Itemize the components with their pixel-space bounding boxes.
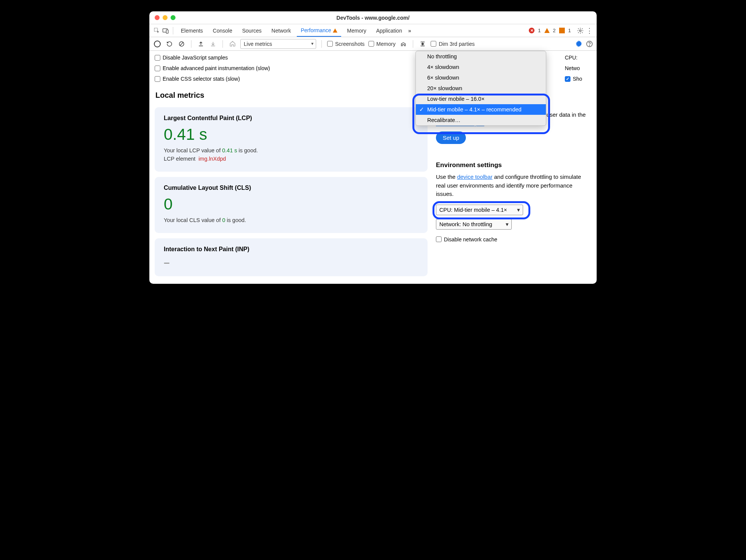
issue-count: 1 [568,28,571,33]
throttle-option[interactable]: No throttling [416,51,546,62]
cls-card: Cumulative Layout Shift (CLS) 0 Your loc… [155,177,428,233]
show-checkbox[interactable]: Sho [565,76,582,82]
cls-title: Cumulative Layout Shift (CLS) [164,185,418,191]
network-label: Netwo [565,65,591,71]
tab-performance[interactable]: Performance [297,25,341,37]
cpu-label: CPU: [565,55,591,61]
env-desc: Use the device toolbar and configure thr… [436,173,591,199]
settings-gear-icon[interactable] [575,41,582,47]
checkbox-icon [155,76,160,82]
tab-elements[interactable]: Elements [177,25,207,36]
paint-instrumentation-checkbox[interactable]: Enable advanced paint instrumentation (s… [155,65,270,71]
capture-settings: Disable JavaScript samples Enable advanc… [149,51,597,87]
record-button[interactable] [153,40,161,48]
tab-network[interactable]: Network [268,25,295,36]
checkbox-icon [155,66,160,71]
cpu-throttle-dropdown[interactable]: No throttling 4× slowdown 6× slowdown 20… [415,51,546,126]
throttle-option[interactable]: Low-tier mobile – 16.0× [416,94,546,104]
issue-icon [559,28,565,33]
disable-cache-label: Disable network cache [444,236,497,242]
status-badges[interactable]: ✕1 2 1 [529,28,571,33]
screenshots-checkbox[interactable]: Screenshots [327,41,365,47]
divider [173,27,173,34]
throttle-option[interactable]: 20× slowdown [416,83,546,94]
paint-instr-label: Enable advanced paint instrumentation (s… [163,65,270,71]
disable-cache-checkbox[interactable]: Disable network cache [436,236,591,242]
svg-point-8 [589,45,589,45]
close-window-button[interactable] [155,15,160,20]
setup-button[interactable]: Set up [436,131,466,144]
env-settings-panel: Environment settings Use the device tool… [436,161,591,246]
warning-icon [544,28,550,33]
upload-icon[interactable] [197,40,205,48]
throttle-option[interactable]: 4× slowdown [416,62,546,72]
device-toolbar-link[interactable]: device toolbar [457,174,492,180]
lcp-title: Largest Contentful Paint (LCP) [164,115,418,122]
lcp-value: 0.41 s [164,125,418,144]
clear-button[interactable] [177,40,186,48]
settings-gear-icon[interactable] [577,27,584,34]
lcp-element: LCP element img.lnXdpd [164,156,418,162]
tab-sources[interactable]: Sources [238,25,265,36]
throttle-option-selected[interactable]: Mid-tier mobile – 4.1× – recommended [416,104,546,115]
checkbox-icon [431,41,436,47]
cls-desc: Your local CLS value of 0 is good. [164,217,418,223]
env-title: Environment settings [436,161,591,169]
titlebar: DevTools - www.google.com/ [149,11,597,24]
collapse-icon[interactable] [418,40,427,48]
disable-js-label: Disable JavaScript samples [163,55,228,61]
live-metrics-select[interactable]: Live metrics [240,39,316,49]
svg-point-3 [580,30,581,31]
error-count: 1 [538,28,541,33]
capture-settings-right: CPU: Netwo Sho [565,55,591,82]
css-stats-label: Enable CSS selector stats (slow) [163,76,240,82]
perf-toolbar: Live metrics Screenshots Memory Dim 3rd … [149,37,597,51]
tab-application[interactable]: Application [372,25,406,36]
help-icon[interactable] [586,41,593,47]
svg-line-5 [180,42,183,45]
inp-value: – [164,257,418,269]
checkbox-icon [155,55,160,61]
window-title: DevTools - www.google.com/ [149,15,597,21]
tab-performance-label: Performance [301,27,331,33]
lcp-desc: Your local LCP value of 0.41 s is good. [164,147,418,153]
checkbox-icon [327,41,333,47]
reload-button[interactable] [165,40,174,48]
home-icon[interactable] [228,40,237,48]
more-menu-icon[interactable]: ⋮ [586,27,593,34]
inspect-element-icon[interactable] [153,27,160,34]
inp-card: Interaction to Next Paint (INP) – [155,238,428,276]
lcp-element-ref[interactable]: img.lnXdpd [199,156,226,162]
cpu-throttle-select[interactable]: CPU: Mid-tier mobile – 4.1× [436,205,523,215]
checkbox-icon [368,41,374,47]
device-toolbar-icon[interactable] [162,27,169,34]
left-column: Local metrics Largest Contentful Paint (… [155,87,428,276]
memory-checkbox[interactable]: Memory [368,41,396,47]
traffic-lights [155,15,176,20]
warning-icon [333,28,337,33]
maximize-window-button[interactable] [171,15,176,20]
warning-count: 2 [553,28,556,33]
checkbox-icon [565,76,570,82]
dim-checkbox[interactable]: Dim 3rd parties [431,41,475,47]
show-label: Sho [573,76,582,82]
error-icon: ✕ [529,28,534,33]
download-icon[interactable] [209,40,217,48]
throttle-option[interactable]: 6× slowdown [416,72,546,83]
tab-memory[interactable]: Memory [343,25,370,36]
inp-title: Interaction to Next Paint (INP) [164,246,418,253]
disable-js-samples-checkbox[interactable]: Disable JavaScript samples [155,55,228,61]
tab-console[interactable]: Console [209,25,236,36]
svg-rect-2 [166,30,168,33]
main-tabs: Elements Console Sources Network Perform… [149,24,597,37]
minimize-window-button[interactable] [163,15,168,20]
checkbox-icon [436,236,442,242]
memory-label: Memory [376,41,396,47]
lcp-card: Largest Contentful Paint (LCP) 0.41 s Yo… [155,107,428,172]
cls-value: 0 [164,195,418,213]
throttle-option[interactable]: Recalibrate… [416,115,546,125]
network-throttle-select[interactable]: Network: No throttling [436,219,512,230]
css-selector-stats-checkbox[interactable]: Enable CSS selector stats (slow) [155,76,240,82]
gc-icon[interactable] [399,40,407,48]
more-tabs-icon[interactable]: » [408,28,411,34]
